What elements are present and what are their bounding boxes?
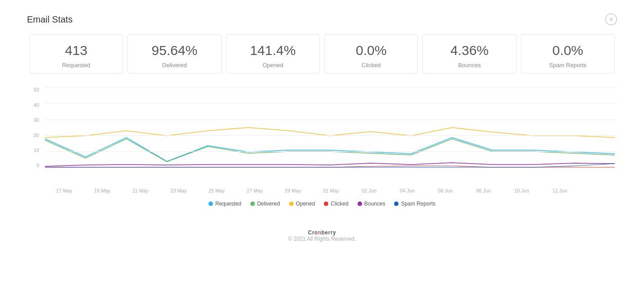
- x-label-02jun: 02 Jun: [350, 188, 388, 193]
- legend-dot-bounces: [358, 201, 362, 206]
- x-label-21may: 21 May: [121, 188, 159, 193]
- legend-requested: Requested: [209, 201, 241, 207]
- stat-card-clicked: 0.0% Clicked: [324, 34, 418, 73]
- legend-bounces: Bounces: [358, 201, 385, 207]
- x-label-04jun: 04 Jun: [388, 188, 426, 193]
- legend-label-opened: Opened: [296, 201, 315, 207]
- grid-line-50: [45, 87, 617, 87]
- stat-value-bounces: 4.36%: [427, 43, 511, 58]
- page-container: Email Stats × 413 Requested 95.64% Deliv…: [0, 0, 644, 251]
- stat-label-spam: Spam Reports: [526, 62, 610, 69]
- stat-value-delivered: 95.64%: [132, 43, 216, 58]
- x-label-27may: 27 May: [236, 188, 274, 193]
- grid-line-20: [45, 135, 617, 136]
- header-row: Email Stats ×: [27, 14, 617, 25]
- legend-dot-delivered: [250, 201, 255, 206]
- x-label-31may: 31 May: [312, 188, 350, 193]
- grid-line-40: [45, 103, 617, 104]
- stat-label-clicked: Clicked: [329, 62, 413, 69]
- grid-line-10: [45, 151, 617, 152]
- footer-copyright: © 2021 All Rights Reserved.: [27, 236, 617, 242]
- legend-dot-opened: [289, 201, 294, 206]
- y-label-40: 40: [27, 102, 39, 108]
- grid-lines: [45, 87, 617, 168]
- y-label-10: 10: [27, 147, 39, 153]
- legend-dot-spam: [394, 201, 399, 206]
- x-label-29may: 29 May: [274, 188, 312, 193]
- stat-label-delivered: Delivered: [132, 62, 216, 69]
- x-label-19may: 19 May: [83, 188, 122, 193]
- legend-spam: Spam Reports: [394, 201, 435, 207]
- x-label-06jun: 06 Jun: [426, 188, 465, 193]
- chart-legend: Requested Delivered Opened Clicked Bounc…: [27, 201, 617, 207]
- legend-clicked: Clicked: [324, 201, 348, 207]
- grid-line-0: [45, 168, 617, 168]
- chart-area: 0 10 20 30 40 50: [27, 87, 617, 186]
- legend-delivered: Delivered: [250, 201, 280, 207]
- legend-label-clicked: Clicked: [331, 201, 348, 207]
- close-button[interactable]: ×: [605, 14, 617, 25]
- chart-section: 0 10 20 30 40 50: [27, 87, 617, 193]
- x-label-end: [579, 188, 617, 193]
- stat-card-delivered: 95.64% Delivered: [127, 34, 221, 73]
- stat-label-opened: Opened: [231, 62, 315, 69]
- stat-label-requested: Requested: [34, 62, 118, 69]
- legend-dot-requested: [209, 201, 213, 206]
- stat-card-spam: 0.0% Spam Reports: [521, 34, 615, 73]
- stat-value-clicked: 0.0%: [329, 43, 413, 58]
- legend-dot-clicked: [324, 201, 328, 206]
- x-label-25may: 25 May: [198, 188, 236, 193]
- y-axis: 0 10 20 30 40 50: [27, 87, 43, 168]
- page-title: Email Stats: [27, 14, 73, 25]
- y-label-50: 50: [27, 87, 39, 92]
- stat-value-spam: 0.0%: [526, 43, 610, 58]
- x-label-23may: 23 May: [159, 188, 198, 193]
- y-label-0: 0: [27, 163, 39, 168]
- stat-value-opened: 141.4%: [231, 43, 315, 58]
- x-label-10jun: 10 Jun: [503, 188, 541, 193]
- stat-card-opened: 141.4% Opened: [226, 34, 320, 73]
- footer: Cronberry © 2021 All Rights Reserved.: [27, 229, 617, 242]
- legend-label-requested: Requested: [215, 201, 241, 207]
- y-label-30: 30: [27, 117, 39, 123]
- legend-label-delivered: Delivered: [257, 201, 280, 207]
- legend-opened: Opened: [289, 201, 315, 207]
- legend-label-bounces: Bounces: [364, 201, 385, 207]
- grid-line-30: [45, 119, 617, 120]
- stat-card-requested: 413 Requested: [29, 34, 123, 73]
- brand-name: Cronberry: [308, 229, 336, 236]
- stat-value-requested: 413: [34, 43, 118, 58]
- footer-brand: Cronberry: [27, 229, 617, 236]
- x-label-08jun: 08 Jun: [464, 188, 503, 193]
- stat-label-bounces: Bounces: [427, 62, 511, 69]
- x-axis-labels: 17 May 19 May 21 May 23 May 25 May 27 Ma…: [45, 188, 617, 193]
- stat-card-bounces: 4.36% Bounces: [422, 34, 516, 73]
- x-label-12jun: 12 Jun: [541, 188, 579, 193]
- chart-inner: [45, 87, 617, 168]
- x-label-17may: 17 May: [45, 188, 83, 193]
- stats-row: 413 Requested 95.64% Delivered 141.4% Op…: [27, 34, 617, 73]
- y-label-20: 20: [27, 133, 39, 138]
- legend-label-spam: Spam Reports: [401, 201, 435, 207]
